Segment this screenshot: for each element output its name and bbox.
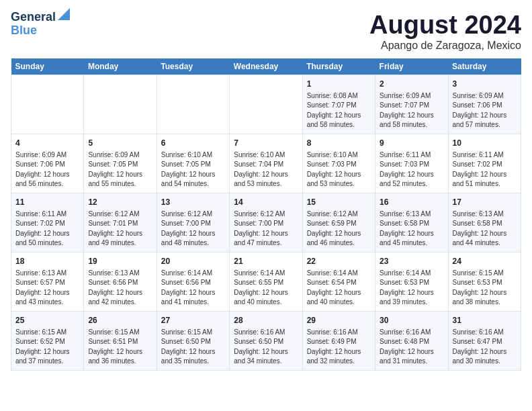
calendar-cell: 17Sunrise: 6:13 AM Sunset: 6:58 PM Dayli… bbox=[448, 193, 521, 253]
calendar-cell: 13Sunrise: 6:12 AM Sunset: 7:00 PM Dayli… bbox=[157, 193, 229, 253]
day-number: 25 bbox=[15, 315, 79, 326]
calendar-cell: 14Sunrise: 6:12 AM Sunset: 7:00 PM Dayli… bbox=[230, 193, 302, 253]
day-number: 1 bbox=[307, 79, 371, 90]
day-number: 15 bbox=[307, 197, 371, 208]
calendar-subtitle: Apango de Zaragoza, Mexico bbox=[369, 40, 521, 52]
logo-text-blue: Blue bbox=[11, 24, 70, 38]
day-info: Sunrise: 6:13 AM Sunset: 6:56 PM Dayligh… bbox=[88, 269, 152, 308]
calendar-cell: 26Sunrise: 6:15 AM Sunset: 6:51 PM Dayli… bbox=[84, 312, 157, 371]
week-row-5: 25Sunrise: 6:15 AM Sunset: 6:52 PM Dayli… bbox=[11, 312, 521, 371]
day-number: 18 bbox=[15, 256, 79, 267]
calendar-cell: 7Sunrise: 6:10 AM Sunset: 7:04 PM Daylig… bbox=[230, 134, 302, 193]
calendar-cell: 1Sunrise: 6:08 AM Sunset: 7:07 PM Daylig… bbox=[302, 75, 375, 134]
calendar-cell: 24Sunrise: 6:15 AM Sunset: 6:53 PM Dayli… bbox=[448, 253, 521, 312]
day-info: Sunrise: 6:10 AM Sunset: 7:04 PM Dayligh… bbox=[234, 150, 298, 189]
calendar-table: SundayMondayTuesdayWednesdayThursdayFrid… bbox=[11, 58, 521, 371]
calendar-body: 1Sunrise: 6:08 AM Sunset: 7:07 PM Daylig… bbox=[11, 75, 521, 371]
svg-marker-0 bbox=[58, 8, 70, 20]
day-number: 24 bbox=[453, 256, 517, 267]
calendar-cell: 15Sunrise: 6:12 AM Sunset: 6:59 PM Dayli… bbox=[302, 193, 375, 253]
day-info: Sunrise: 6:14 AM Sunset: 6:55 PM Dayligh… bbox=[234, 269, 298, 308]
day-info: Sunrise: 6:10 AM Sunset: 7:05 PM Dayligh… bbox=[161, 150, 225, 189]
header-saturday: Saturday bbox=[448, 58, 521, 75]
calendar-cell bbox=[157, 75, 229, 134]
calendar-cell: 6Sunrise: 6:10 AM Sunset: 7:05 PM Daylig… bbox=[157, 134, 229, 193]
calendar-cell: 31Sunrise: 6:16 AM Sunset: 6:47 PM Dayli… bbox=[448, 312, 521, 371]
day-number: 14 bbox=[234, 197, 298, 208]
calendar-cell: 3Sunrise: 6:09 AM Sunset: 7:06 PM Daylig… bbox=[448, 75, 521, 134]
day-info: Sunrise: 6:09 AM Sunset: 7:05 PM Dayligh… bbox=[88, 150, 152, 189]
day-info: Sunrise: 6:12 AM Sunset: 7:00 PM Dayligh… bbox=[161, 210, 225, 248]
calendar-cell: 27Sunrise: 6:15 AM Sunset: 6:50 PM Dayli… bbox=[157, 312, 229, 371]
week-row-2: 4Sunrise: 6:09 AM Sunset: 7:06 PM Daylig… bbox=[11, 134, 521, 193]
day-info: Sunrise: 6:10 AM Sunset: 7:03 PM Dayligh… bbox=[307, 150, 371, 189]
day-number: 31 bbox=[453, 315, 517, 326]
day-number: 19 bbox=[88, 256, 152, 267]
calendar-cell: 9Sunrise: 6:11 AM Sunset: 7:03 PM Daylig… bbox=[375, 134, 448, 193]
calendar-cell: 22Sunrise: 6:14 AM Sunset: 6:54 PM Dayli… bbox=[302, 253, 375, 312]
calendar-cell: 28Sunrise: 6:16 AM Sunset: 6:50 PM Dayli… bbox=[230, 312, 302, 371]
day-info: Sunrise: 6:14 AM Sunset: 6:56 PM Dayligh… bbox=[161, 269, 225, 308]
day-info: Sunrise: 6:08 AM Sunset: 7:07 PM Dayligh… bbox=[307, 91, 371, 130]
day-number: 27 bbox=[161, 315, 225, 326]
day-info: Sunrise: 6:15 AM Sunset: 6:52 PM Dayligh… bbox=[15, 328, 79, 367]
logo-triangle-icon bbox=[58, 8, 70, 20]
day-info: Sunrise: 6:09 AM Sunset: 7:06 PM Dayligh… bbox=[15, 150, 79, 189]
day-info: Sunrise: 6:12 AM Sunset: 6:59 PM Dayligh… bbox=[307, 210, 371, 248]
day-info: Sunrise: 6:15 AM Sunset: 6:51 PM Dayligh… bbox=[88, 328, 152, 367]
calendar-cell: 30Sunrise: 6:16 AM Sunset: 6:48 PM Dayli… bbox=[375, 312, 448, 371]
calendar-cell: 29Sunrise: 6:16 AM Sunset: 6:49 PM Dayli… bbox=[302, 312, 375, 371]
day-number: 17 bbox=[453, 197, 517, 208]
day-info: Sunrise: 6:12 AM Sunset: 7:01 PM Dayligh… bbox=[88, 210, 152, 248]
calendar-cell: 8Sunrise: 6:10 AM Sunset: 7:03 PM Daylig… bbox=[302, 134, 375, 193]
day-number: 4 bbox=[15, 138, 79, 149]
day-number: 22 bbox=[307, 256, 371, 267]
day-info: Sunrise: 6:15 AM Sunset: 6:53 PM Dayligh… bbox=[453, 269, 517, 308]
calendar-cell: 18Sunrise: 6:13 AM Sunset: 6:57 PM Dayli… bbox=[11, 253, 84, 312]
day-info: Sunrise: 6:16 AM Sunset: 6:48 PM Dayligh… bbox=[380, 328, 443, 367]
calendar-cell: 21Sunrise: 6:14 AM Sunset: 6:55 PM Dayli… bbox=[230, 253, 302, 312]
day-number: 20 bbox=[161, 256, 225, 267]
page-header: General Blue August 2024 Apango de Zarag… bbox=[11, 11, 521, 52]
day-info: Sunrise: 6:12 AM Sunset: 7:00 PM Dayligh… bbox=[234, 210, 298, 248]
day-number: 28 bbox=[234, 315, 298, 326]
logo-text-general: General bbox=[11, 11, 56, 24]
calendar-cell: 5Sunrise: 6:09 AM Sunset: 7:05 PM Daylig… bbox=[84, 134, 157, 193]
calendar-cell: 23Sunrise: 6:14 AM Sunset: 6:53 PM Dayli… bbox=[375, 253, 448, 312]
header-thursday: Thursday bbox=[302, 58, 375, 75]
week-row-3: 11Sunrise: 6:11 AM Sunset: 7:02 PM Dayli… bbox=[11, 193, 521, 253]
day-info: Sunrise: 6:13 AM Sunset: 6:57 PM Dayligh… bbox=[15, 269, 79, 308]
week-row-1: 1Sunrise: 6:08 AM Sunset: 7:07 PM Daylig… bbox=[11, 75, 521, 134]
day-number: 10 bbox=[453, 138, 517, 149]
day-number: 13 bbox=[161, 197, 225, 208]
day-number: 11 bbox=[15, 197, 79, 208]
day-info: Sunrise: 6:14 AM Sunset: 6:53 PM Dayligh… bbox=[380, 269, 443, 308]
day-info: Sunrise: 6:11 AM Sunset: 7:03 PM Dayligh… bbox=[380, 150, 443, 189]
day-number: 3 bbox=[453, 79, 517, 90]
day-number: 21 bbox=[234, 256, 298, 267]
day-info: Sunrise: 6:09 AM Sunset: 7:07 PM Dayligh… bbox=[380, 91, 443, 130]
day-number: 8 bbox=[307, 138, 371, 149]
day-info: Sunrise: 6:09 AM Sunset: 7:06 PM Dayligh… bbox=[453, 91, 517, 130]
header-sunday: Sunday bbox=[11, 58, 84, 75]
calendar-title-block: August 2024 Apango de Zaragoza, Mexico bbox=[369, 11, 521, 52]
calendar-title: August 2024 bbox=[369, 11, 521, 40]
day-number: 6 bbox=[161, 138, 225, 149]
logo: General Blue bbox=[11, 11, 70, 38]
day-number: 2 bbox=[380, 79, 443, 90]
calendar-cell: 2Sunrise: 6:09 AM Sunset: 7:07 PM Daylig… bbox=[375, 75, 448, 134]
day-number: 26 bbox=[88, 315, 152, 326]
calendar-cell: 10Sunrise: 6:11 AM Sunset: 7:02 PM Dayli… bbox=[448, 134, 521, 193]
calendar-header: SundayMondayTuesdayWednesdayThursdayFrid… bbox=[11, 58, 521, 75]
header-monday: Monday bbox=[84, 58, 157, 75]
calendar-cell: 11Sunrise: 6:11 AM Sunset: 7:02 PM Dayli… bbox=[11, 193, 84, 253]
calendar-cell: 25Sunrise: 6:15 AM Sunset: 6:52 PM Dayli… bbox=[11, 312, 84, 371]
day-number: 9 bbox=[380, 138, 443, 149]
calendar-cell: 19Sunrise: 6:13 AM Sunset: 6:56 PM Dayli… bbox=[84, 253, 157, 312]
header-friday: Friday bbox=[375, 58, 448, 75]
week-row-4: 18Sunrise: 6:13 AM Sunset: 6:57 PM Dayli… bbox=[11, 253, 521, 312]
calendar-cell bbox=[84, 75, 157, 134]
calendar-cell: 12Sunrise: 6:12 AM Sunset: 7:01 PM Dayli… bbox=[84, 193, 157, 253]
header-wednesday: Wednesday bbox=[230, 58, 302, 75]
calendar-cell: 4Sunrise: 6:09 AM Sunset: 7:06 PM Daylig… bbox=[11, 134, 84, 193]
